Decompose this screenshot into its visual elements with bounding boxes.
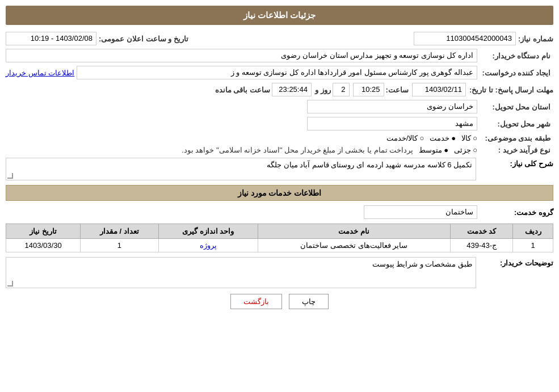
shomara-value: 1103004542000043 xyxy=(414,32,516,45)
ostan-row: استان محل تحویل: خراسان رضوی xyxy=(6,100,553,113)
nove-farayand-radio-group: ○ جزئی ● متوسط پرداخت تمام یا بخشی از مب… xyxy=(182,146,477,154)
table-row: 1ج-43-439سایر فعالیت‌های تخصصی ساختمانپر… xyxy=(6,239,553,252)
tabaqe-kala-item[interactable]: ○ کالا xyxy=(461,134,477,142)
page-title: جزئیات اطلاعات نیاز xyxy=(243,10,316,20)
ijad-konanda-link[interactable]: اطلاعات تماس خریدار xyxy=(6,69,74,77)
tabaqe-khadamat-item[interactable]: ● خدمت xyxy=(430,134,456,142)
toseyat-label: توضیحات خریدار: xyxy=(480,257,553,267)
services-table-head: ردیف کد خدمت نام خدمت واحد اندازه گیری ت… xyxy=(6,224,553,239)
tabaqe-kala-label: کالا xyxy=(461,134,471,142)
mohlat-date-group: 1403/02/11 xyxy=(412,83,466,96)
buttons-row: چاپ بازگشت xyxy=(6,294,553,309)
nam-dastgah-label: نام دستگاه خریدار: xyxy=(480,52,553,60)
sharh-box: تکمیل 6 کلاسه مدرسه شهید اردمه ای روستای… xyxy=(6,158,476,180)
nove-motevaset-item[interactable]: ● متوسط xyxy=(419,146,448,154)
ostan-value: خراسان رضوی xyxy=(307,100,477,113)
mohlat-saat: 10:25 xyxy=(353,83,384,96)
tarikh-group: تاریخ و ساعت اعلان عمومی: 1403/02/08 - 1… xyxy=(6,32,188,45)
cell-kod: ج-43-439 xyxy=(450,239,513,252)
sharh-row: شرح کلی نیاز: تکمیل 6 کلاسه مدرسه شهید ا… xyxy=(6,158,553,180)
col-nam: نام خدمت xyxy=(258,224,450,239)
cell-radif: 1 xyxy=(513,239,553,252)
tabaqe-khadamat-radio[interactable]: ● xyxy=(451,134,456,142)
group-value: ساختمان xyxy=(364,205,477,219)
tabaqe-label: طبقه بندی موضوعی: xyxy=(480,134,553,142)
nove-jazzi-item[interactable]: ○ جزئی xyxy=(454,146,477,154)
mohlat-date: 1403/02/11 xyxy=(412,83,466,96)
toseyat-box: طبق مشخصات و شرایط پیوست xyxy=(6,257,476,288)
cell-nam: سایر فعالیت‌های تخصصی ساختمان xyxy=(258,239,450,252)
nam-dastgah-row: نام دستگاه خریدار: اداره کل نوسازی توسعه… xyxy=(6,49,553,62)
toseyat-row: توضیحات خریدار: طبق مشخصات و شرایط پیوست xyxy=(6,257,553,288)
col-radif: ردیف xyxy=(513,224,553,239)
sharh-resize-handle[interactable] xyxy=(7,173,13,179)
group-row: گروه خدمت: ساختمان xyxy=(6,205,553,219)
col-vahed: واحد اندازه گیری xyxy=(158,224,258,239)
print-button[interactable]: چاپ xyxy=(289,294,329,309)
cell-vahed: پروژه xyxy=(158,239,258,252)
nove-jazzi-label: جزئی xyxy=(454,146,471,154)
col-kod: کد خدمت xyxy=(450,224,513,239)
mohlat-baqi: 23:25:44 xyxy=(272,83,312,96)
ijad-konanda-value: عبداله گوهری پور کارشناس مسئول امور قرار… xyxy=(77,66,477,79)
page-header: جزئیات اطلاعات نیاز xyxy=(6,6,553,25)
mohlat-roz-label: روز و xyxy=(315,86,331,94)
nove-motevaset-radio[interactable]: ● xyxy=(444,146,448,154)
mohlat-baqi-group: 23:25:44 ساعت باقی مانده xyxy=(215,83,312,96)
mohlat-roz-group: 2 روز و xyxy=(315,83,350,96)
tabaqe-radio-group: ○ کالا ● خدمت ○ کالا/خدمت xyxy=(386,134,477,142)
tabaqe-khadamat-label: خدمت xyxy=(430,134,449,142)
group-label: گروه خدمت: xyxy=(480,208,553,217)
shahr-label: شهر محل تحویل: xyxy=(480,120,553,128)
mohlat-label: مهلت ارسال پاسخ: تا تاریخ: xyxy=(469,86,553,94)
mohlat-saat-group: ساعت: 10:25 xyxy=(353,83,409,96)
ostan-label: استان محل تحویل: xyxy=(480,103,553,111)
tabaqe-kala-khadamat-radio[interactable]: ○ xyxy=(419,134,424,142)
ijad-konanda-label: ایجاد کننده درخواست: xyxy=(480,69,553,77)
cell-tedad: 1 xyxy=(81,239,158,252)
tabaqe-kala-khadamat-label: کالا/خدمت xyxy=(386,134,418,142)
nove-jazzi-radio[interactable]: ○ xyxy=(473,146,477,154)
sharh-value: تکمیل 6 کلاسه مدرسه شهید اردمه ای روستای… xyxy=(267,161,472,169)
tarikh-label: تاریخ و ساعت اعلان عمومی: xyxy=(99,35,188,43)
mohlat-roz: 2 xyxy=(333,83,350,96)
services-table: ردیف کد خدمت نام خدمت واحد اندازه گیری ت… xyxy=(6,224,553,252)
col-tedad: تعداد / مقدار xyxy=(81,224,158,239)
shahr-row: شهر محل تحویل: مشهد xyxy=(6,117,553,130)
tarikh-value: 1403/02/08 - 10:19 xyxy=(6,32,96,45)
nam-dastgah-value: اداره کل نوسازی توسعه و تجهیز مدارس استا… xyxy=(6,49,477,62)
ijad-konanda-row: ایجاد کننده درخواست: عبداله گوهری پور کا… xyxy=(6,66,553,79)
services-table-body: 1ج-43-439سایر فعالیت‌های تخصصی ساختمانپر… xyxy=(6,239,553,252)
back-button[interactable]: بازگشت xyxy=(230,294,282,309)
mohlat-row: مهلت ارسال پاسخ: تا تاریخ: 1403/02/11 سا… xyxy=(6,83,553,96)
nove-farayand-label: نوع فرآیند خرید : xyxy=(480,146,553,154)
shomara-label: شماره نیاز: xyxy=(518,35,553,43)
shomara-group: شماره نیاز: 1103004542000043 xyxy=(414,32,553,45)
cell-tarikh: 1403/03/30 xyxy=(6,239,81,252)
tabaqe-row: طبقه بندی موضوعی: ○ کالا ● خدمت ○ کالا/خ… xyxy=(6,134,553,142)
services-table-header-row: ردیف کد خدمت نام خدمت واحد اندازه گیری ت… xyxy=(6,224,553,239)
khadamat-section-title: اطلاعات خدمات مورد نیاز xyxy=(6,185,553,201)
nove-motevaset-label: متوسط xyxy=(419,146,442,154)
toseyat-value: طبق مشخصات و شرایط پیوست xyxy=(372,260,472,268)
toseyat-resize-handle[interactable] xyxy=(7,281,13,286)
col-tarikh: تاریخ نیاز xyxy=(6,224,81,239)
tabaqe-kala-khadamat-item[interactable]: ○ کالا/خدمت xyxy=(386,134,424,142)
tabaqe-kala-radio[interactable]: ○ xyxy=(473,134,477,142)
top-row: شماره نیاز: 1103004542000043 تاریخ و ساع… xyxy=(6,32,553,45)
mohlat-saat-label: ساعت: xyxy=(386,86,409,94)
sharh-label: شرح کلی نیاز: xyxy=(480,158,553,168)
nove-farayand-text: پرداخت تمام یا بخشی از مبلغ خریدار محل "… xyxy=(182,146,413,154)
mohlat-baqi-label: ساعت باقی مانده xyxy=(215,86,270,94)
nove-farayand-row: نوع فرآیند خرید : ○ جزئی ● متوسط پرداخت … xyxy=(6,146,553,154)
shahr-value: مشهد xyxy=(307,117,477,130)
